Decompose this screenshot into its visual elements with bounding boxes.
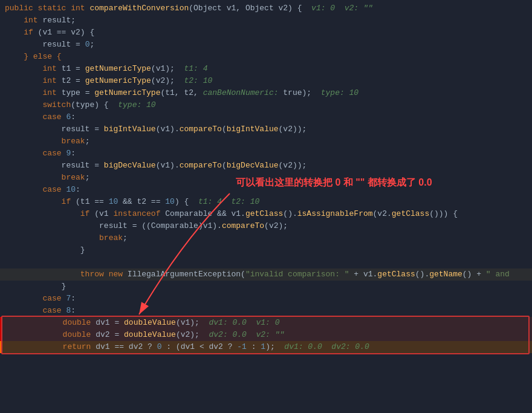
code-line: double dv2 = doubleValue(v2); dv2: 0.0 v… <box>0 329 532 341</box>
code-line: int t1 = getNumericType(v1); t1: 4 <box>0 63 532 75</box>
code-text: return dv1 == dv2 ? 0 : (dv1 < dv2 ? -1 … <box>6 341 527 353</box>
code-text: if (v1 instanceof Comparable && v1.getCl… <box>5 208 527 220</box>
code-line: double dv1 = doubleValue(v1); dv1: 0.0 v… <box>0 317 532 329</box>
code-text: int type = getNumericType(t1, t2, canBeN… <box>5 87 527 99</box>
code-line: } else { <box>0 51 532 63</box>
code-line: result = bigIntValue(v1).compareTo(bigIn… <box>0 123 532 135</box>
code-text: case 8: <box>5 305 527 317</box>
code-text: } <box>5 244 527 256</box>
code-line: result = 0; <box>0 39 532 51</box>
code-text: case 6: <box>5 111 527 123</box>
code-text: result = bigDecValue(v1).compareTo(bigDe… <box>5 160 527 172</box>
code-text: int result; <box>5 15 527 27</box>
code-text: case 7: <box>5 293 527 305</box>
code-text: int t1 = getNumericType(v1); t1: 4 <box>5 63 527 75</box>
code-text: int t2 = getNumericType(v2); t2: 10 <box>5 75 527 87</box>
code-line: result = bigDecValue(v1).compareTo(bigDe… <box>0 160 532 172</box>
code-text: result = ((Comparable)v1).compareTo(v2); <box>5 220 527 232</box>
code-view: public static int compareWithConversion(… <box>0 0 532 356</box>
code-line <box>0 256 532 268</box>
code-line: public static int compareWithConversion(… <box>0 2 532 15</box>
code-text: } <box>5 281 527 293</box>
code-line: if (t1 == 10 && t2 == 10) { t1: 4 t2: 10 <box>0 196 532 208</box>
code-line: throw new IllegalArgumentException("inva… <box>0 268 532 281</box>
code-text: double dv1 = doubleValue(v1); dv1: 0.0 v… <box>6 317 527 329</box>
code-text: double dv2 = doubleValue(v2); dv2: 0.0 v… <box>6 329 527 341</box>
code-line: int type = getNumericType(t1, t2, canBeN… <box>0 87 532 99</box>
code-text: result = 0; <box>5 39 527 51</box>
code-text: result = bigIntValue(v1).compareTo(bigIn… <box>5 123 527 135</box>
code-line: return dv1 == dv2 ? 0 : (dv1 < dv2 ? -1 … <box>0 341 532 353</box>
code-line: case 9: <box>0 148 532 160</box>
code-line: int result; <box>0 15 532 27</box>
code-text: break; <box>5 135 527 148</box>
code-text: switch(type) { type: 10 <box>5 99 527 111</box>
code-line: break; <box>0 232 532 244</box>
code-text: throw new IllegalArgumentException("inva… <box>5 268 527 281</box>
code-line: case 8: <box>0 305 532 317</box>
code-line: if (v1 == v2) { <box>0 27 532 39</box>
code-text: break; <box>5 232 527 244</box>
code-text: case 9: <box>5 148 527 160</box>
code-line: case 6: <box>0 111 532 123</box>
code-line: } <box>0 244 532 256</box>
chinese-annotation: 可以看出这里的转换把 0 和 "" 都转换成了 0.0 <box>236 177 432 189</box>
code-text: public static int compareWithConversion(… <box>5 2 527 15</box>
code-text: } else { <box>5 51 527 63</box>
code-line: if (v1 instanceof Comparable && v1.getCl… <box>0 208 532 220</box>
code-line: switch(type) { type: 10 <box>0 99 532 111</box>
code-line: break; <box>0 135 532 148</box>
code-text: if (v1 == v2) { <box>5 27 527 39</box>
code-line: int t2 = getNumericType(v2); t2: 10 <box>0 75 532 87</box>
code-text: if (t1 == 10 && t2 == 10) { t1: 4 t2: 10 <box>5 196 527 208</box>
code-line: case 7: <box>0 293 532 305</box>
code-line: } <box>0 281 532 293</box>
code-line: result = ((Comparable)v1).compareTo(v2); <box>0 220 532 232</box>
